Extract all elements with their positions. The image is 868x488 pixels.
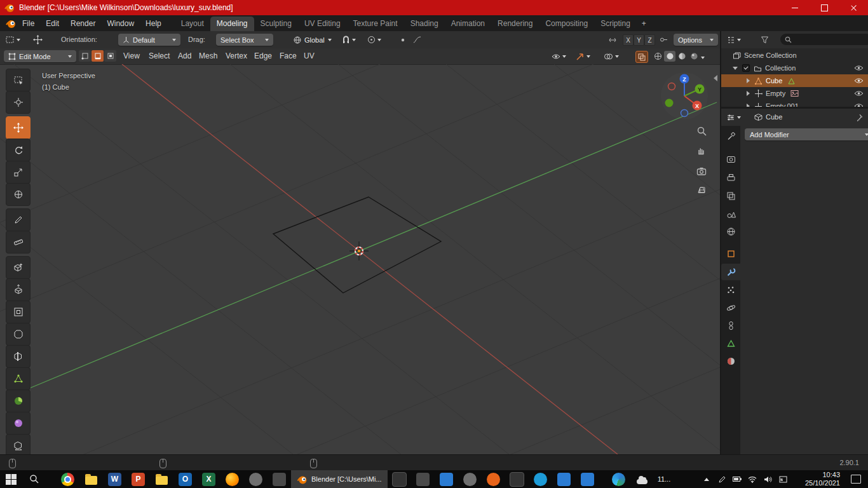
vertex-select-button[interactable] [79,50,91,62]
transform-space-dropdown[interactable]: Global [289,34,344,46]
tab-layout[interactable]: Layout [175,17,210,31]
menu-render[interactable]: Render [65,17,101,30]
gizmos-dropdown[interactable] [576,50,590,62]
taskbar-app-15[interactable] [482,470,505,488]
overlays-dropdown[interactable] [604,50,619,62]
tool-select-box[interactable] [6,69,31,92]
volume-tray-icon[interactable] [760,470,775,488]
taskbar-app-16[interactable] [505,470,529,488]
shading-material-button[interactable] [676,51,688,62]
taskbar-firefox[interactable] [220,470,244,488]
tool-move[interactable] [6,116,31,139]
tab-tool[interactable] [721,128,740,144]
taskbar-blender-task[interactable]: Blender [C:\Users\Mi... [291,470,388,488]
snap-toggle[interactable] [342,34,356,46]
tab-animation[interactable]: Animation [445,17,491,31]
snap-settings-icon[interactable] [660,34,668,46]
outliner-editor-type-button[interactable] [726,34,741,46]
tab-scene[interactable] [721,205,740,222]
menu-mesh[interactable]: Mesh [199,51,217,60]
tab-view-layer[interactable] [721,187,740,204]
drag-dropdown[interactable]: Select Box [216,34,273,46]
taskbar-skype[interactable] [529,470,552,488]
taskbar-movies-tv[interactable] [552,470,576,488]
wifi-tray-icon[interactable] [745,470,760,488]
start-button[interactable] [0,470,22,488]
disclosure-open-icon[interactable] [733,67,738,70]
shading-dropdown-caret[interactable] [701,51,705,64]
tool-extrude-region[interactable] [6,278,31,301]
tab-particles[interactable] [721,281,740,298]
navigation-gizmo[interactable]: Z Y X [661,72,708,119]
disclosure-closed-icon[interactable] [747,78,750,83]
tool-rotate[interactable] [6,139,31,161]
tool-cursor[interactable] [6,91,31,114]
gizmo-z-neg-ball[interactable] [681,110,688,117]
pin-icon[interactable] [855,114,863,121]
taskbar-powerpoint[interactable]: P [126,470,150,488]
weather-widget[interactable]: 11... [654,475,675,483]
viewport-canvas[interactable]: Z Y X [0,64,720,454]
tab-texture-paint[interactable]: Texture Paint [347,17,404,31]
properties-editor-type-button[interactable] [726,111,741,123]
tab-constraints[interactable] [721,317,740,334]
active-tool-selector[interactable] [5,34,20,46]
tab-output[interactable] [721,169,740,186]
shading-solid-button[interactable] [664,51,675,62]
tab-rendering[interactable]: Rendering [491,17,539,31]
menu-file[interactable]: File [17,17,40,30]
menu-window[interactable]: Window [101,17,140,30]
taskbar-app-9[interactable] [244,470,268,488]
taskbar-excel[interactable]: X [197,470,220,488]
minimize-button[interactable] [780,0,810,15]
zoom-button[interactable] [694,123,709,139]
battery-tray-icon[interactable] [729,470,745,488]
outliner-row-empty-001[interactable]: Empty.001 [721,100,868,107]
orthographic-toggle-button[interactable] [694,182,709,198]
tool-loop-cut[interactable] [6,345,31,368]
visibility-eye-icon[interactable] [854,65,864,71]
tool-smooth[interactable] [6,412,31,435]
tab-scripting[interactable]: Scripting [594,17,637,31]
taskbar-app-10[interactable] [268,470,291,488]
add-modifier-dropdown[interactable]: Add Modifier [745,128,868,140]
falloff-curve-icon[interactable] [413,34,421,46]
menu-add[interactable]: Add [178,51,191,60]
tab-sculpting[interactable]: Sculpting [254,17,298,31]
tool-scale[interactable] [6,161,31,184]
edge-select-button[interactable] [92,50,104,62]
tab-compositing[interactable]: Compositing [539,17,594,31]
taskbar-app-13[interactable] [435,470,458,488]
taskbar-app-12[interactable] [411,470,435,488]
shading-wireframe-button[interactable] [652,51,663,62]
visibility-eye-icon[interactable] [854,90,864,97]
pen-tray-icon[interactable] [714,470,729,488]
xray-toggle[interactable] [635,51,648,63]
outliner-row-cube[interactable]: Cube [721,74,868,87]
tab-object[interactable] [721,245,740,262]
taskbar-vscode[interactable] [576,470,599,488]
collection-checkbox[interactable] [742,64,750,72]
disclosure-closed-icon[interactable] [747,104,750,107]
region-collapse-arrow[interactable] [714,75,717,81]
object-visibility-dropdown[interactable] [552,50,566,62]
outliner-search-input[interactable] [780,34,868,45]
gizmo-x-neg-ball[interactable] [668,83,675,90]
tool-poly-build[interactable] [6,367,31,390]
taskbar-search-button[interactable] [22,470,47,488]
camera-view-button[interactable] [694,163,709,179]
language-tray-icon[interactable] [775,470,790,488]
tool-annotate[interactable] [6,208,31,231]
outliner-row-empty[interactable]: Empty [721,87,868,100]
menu-face[interactable]: Face [280,51,297,60]
tab-shading[interactable]: Shading [404,17,445,31]
taskbar-word[interactable]: W [103,470,126,488]
taskbar-chrome[interactable] [56,470,79,488]
pan-button[interactable] [694,143,709,158]
mirror-x-toggle[interactable]: X [623,34,634,46]
proportional-falloff-icon[interactable] [399,34,407,46]
tool-measure[interactable] [6,231,31,254]
blender-app-menu-icon[interactable] [5,18,17,29]
window-titlebar[interactable]: Blender [C:\Users\Mike Wilkinson\Downloa… [0,0,868,15]
tab-material[interactable] [721,353,740,369]
